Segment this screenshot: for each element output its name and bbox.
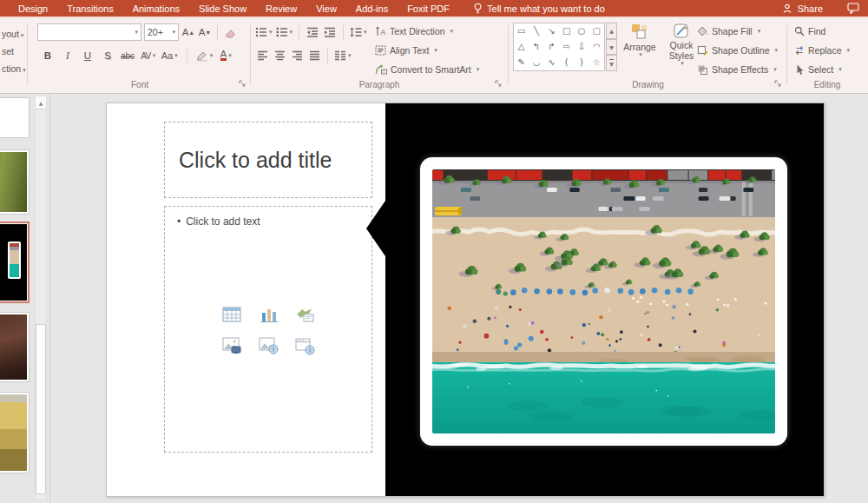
scroll-up-button[interactable]: ▲ bbox=[36, 96, 46, 109]
paragraph-dialog-launcher[interactable] bbox=[495, 78, 502, 89]
insert-video-icon[interactable] bbox=[293, 335, 316, 356]
font-name-combo[interactable]: ▾ bbox=[37, 23, 141, 41]
shape-gallery-item-11[interactable]: ◠ bbox=[593, 43, 601, 51]
shape-gallery-item-8[interactable]: ↱ bbox=[548, 43, 555, 51]
body-placeholder-text: Click to add text bbox=[186, 215, 260, 228]
insert-chart-icon[interactable] bbox=[257, 304, 279, 325]
editing-group-label: Editing bbox=[789, 80, 865, 89]
shape-fill-button[interactable]: Shape Fill▾ bbox=[697, 23, 760, 40]
shape-gallery-item-2[interactable]: ↘ bbox=[548, 27, 555, 36]
insert-smartart-icon[interactable] bbox=[293, 304, 316, 325]
thumbnail-scrollbar[interactable]: ▲ bbox=[35, 96, 47, 500]
drawing-group-label: Drawing bbox=[511, 80, 785, 89]
tab-review[interactable]: Review bbox=[256, 0, 306, 17]
text-shadow-button[interactable]: S bbox=[101, 47, 115, 64]
reset-button[interactable]: set bbox=[2, 46, 14, 56]
section-button[interactable]: ction▾ bbox=[2, 63, 26, 74]
shape-gallery-item-1[interactable]: ╲ bbox=[534, 27, 539, 36]
slide-blank-thumbnail[interactable] bbox=[0, 97, 30, 138]
scrollbar-thumb[interactable] bbox=[36, 324, 46, 494]
shape-gallery-item-5[interactable]: ▢ bbox=[593, 27, 601, 36]
bold-button[interactable]: B bbox=[41, 47, 55, 64]
shape-gallery-item-16[interactable]: ) bbox=[580, 58, 583, 67]
font-dialog-launcher[interactable] bbox=[239, 78, 246, 89]
align-left-button[interactable] bbox=[255, 47, 269, 64]
underline-button[interactable]: U bbox=[81, 47, 95, 64]
shape-effects-button[interactable]: Shape Effects▾ bbox=[697, 61, 777, 78]
bullets-button[interactable]: ▾ bbox=[255, 23, 273, 41]
select-button[interactable]: Select▾ bbox=[794, 61, 842, 78]
tab-view[interactable]: View bbox=[306, 0, 346, 17]
change-case-button[interactable]: Aa▾ bbox=[161, 47, 178, 64]
search-icon bbox=[794, 26, 805, 36]
shape-outline-button[interactable]: Shape Outline▾ bbox=[697, 42, 778, 59]
body-placeholder[interactable]: • Click to add text bbox=[164, 206, 372, 453]
shape-gallery-item-0[interactable]: ▭ bbox=[517, 27, 525, 36]
gallery-scroll-up-button[interactable]: ▲ bbox=[606, 23, 617, 39]
insert-online-pictures-icon[interactable] bbox=[257, 335, 279, 356]
tab-animations[interactable]: Animations bbox=[123, 0, 189, 17]
tab-slide-show[interactable]: Slide Show bbox=[189, 0, 256, 17]
slide-thumbnail-panel bbox=[0, 94, 33, 503]
align-center-button[interactable] bbox=[273, 47, 286, 64]
drawing-dialog-launcher[interactable] bbox=[774, 78, 781, 89]
font-size-combo[interactable]: 20+▾ bbox=[144, 23, 179, 41]
shape-gallery-item-14[interactable]: ∿ bbox=[548, 58, 555, 67]
clear-formatting-button[interactable] bbox=[223, 23, 237, 41]
font-color-button[interactable]: A ▾ bbox=[219, 47, 233, 64]
numbering-button[interactable]: ▾ bbox=[276, 23, 293, 41]
smartart-icon bbox=[375, 64, 387, 75]
shape-gallery-item-10[interactable]: ⇩ bbox=[578, 43, 585, 51]
tab-foxit-pdf[interactable]: Foxit PDF bbox=[398, 0, 459, 17]
editing-group: Find Replace▾ Select▾ Editing bbox=[789, 18, 865, 91]
increase-indent-button[interactable] bbox=[323, 23, 337, 41]
decrease-indent-button[interactable] bbox=[306, 23, 319, 41]
slide-golden-field-thumbnail[interactable] bbox=[0, 392, 30, 473]
black-callout-shape[interactable] bbox=[385, 103, 824, 496]
tab-transitions[interactable]: Transitions bbox=[57, 0, 122, 17]
grow-font-button[interactable]: A▲ bbox=[181, 23, 195, 41]
align-right-button[interactable] bbox=[290, 47, 304, 64]
feedback-comment-button[interactable] bbox=[847, 3, 859, 14]
slide-dark-photo-thumbnail[interactable] bbox=[0, 312, 30, 382]
line-spacing-button[interactable]: ▾ bbox=[350, 23, 367, 41]
gallery-more-button[interactable]: ▼ bbox=[606, 55, 617, 71]
justify-button[interactable] bbox=[307, 47, 321, 64]
tab-design[interactable]: Design bbox=[9, 0, 57, 17]
italic-button[interactable]: I bbox=[61, 47, 75, 64]
replace-button[interactable]: Replace▾ bbox=[794, 42, 850, 59]
gallery-scroll-down-button[interactable]: ▼ bbox=[606, 39, 617, 56]
insert-table-icon[interactable] bbox=[220, 304, 243, 325]
shape-gallery-item-15[interactable]: ( bbox=[565, 58, 569, 67]
beach-photo-frame[interactable] bbox=[420, 157, 787, 446]
shape-gallery-item-12[interactable]: ✎ bbox=[517, 58, 524, 67]
shape-gallery-item-3[interactable]: □ bbox=[562, 27, 570, 36]
shrink-font-button[interactable]: A▼ bbox=[198, 23, 212, 41]
tell-me-box[interactable]: Tell me what you want to do bbox=[473, 3, 605, 14]
shape-gallery-item-7[interactable]: ↰ bbox=[533, 43, 540, 51]
text-direction-button[interactable]: A Text Direction▾ bbox=[375, 23, 453, 40]
shape-gallery-item-17[interactable]: ☆ bbox=[593, 58, 601, 67]
insert-pictures-icon[interactable] bbox=[220, 335, 243, 356]
arrange-button[interactable]: Arrange ▾ bbox=[619, 23, 661, 58]
layout-button[interactable]: yout▾ bbox=[2, 29, 23, 39]
shape-gallery-item-9[interactable]: ⇨ bbox=[562, 43, 569, 51]
shape-gallery-item-4[interactable]: ○ bbox=[578, 27, 586, 36]
strikethrough-button[interactable]: abc bbox=[121, 47, 135, 64]
share-button[interactable]: Share bbox=[783, 3, 823, 14]
character-spacing-button[interactable]: AV▾ bbox=[141, 47, 155, 64]
find-button[interactable]: Find bbox=[794, 23, 825, 40]
shape-gallery-item-13[interactable]: ◡ bbox=[533, 58, 541, 67]
slide-green-landscape-image bbox=[0, 152, 27, 212]
highlight-color-button[interactable]: ▾ bbox=[196, 47, 214, 64]
slide-green-landscape-thumbnail[interactable] bbox=[0, 149, 30, 215]
title-placeholder[interactable]: Click to add title bbox=[164, 122, 372, 198]
select-cursor-icon bbox=[794, 64, 805, 75]
slide-beach-callout-thumbnail[interactable] bbox=[0, 222, 30, 303]
shape-gallery-item-6[interactable]: △ bbox=[518, 43, 525, 51]
align-text-button[interactable]: Align Text▾ bbox=[375, 42, 437, 59]
tab-add-ins[interactable]: Add-ins bbox=[346, 0, 398, 17]
columns-button[interactable]: ▾ bbox=[334, 47, 352, 64]
convert-to-smartart-button[interactable]: Convert to SmartArt▾ bbox=[375, 61, 479, 78]
quick-styles-button[interactable]: Quick Styles ▾ bbox=[664, 23, 699, 67]
